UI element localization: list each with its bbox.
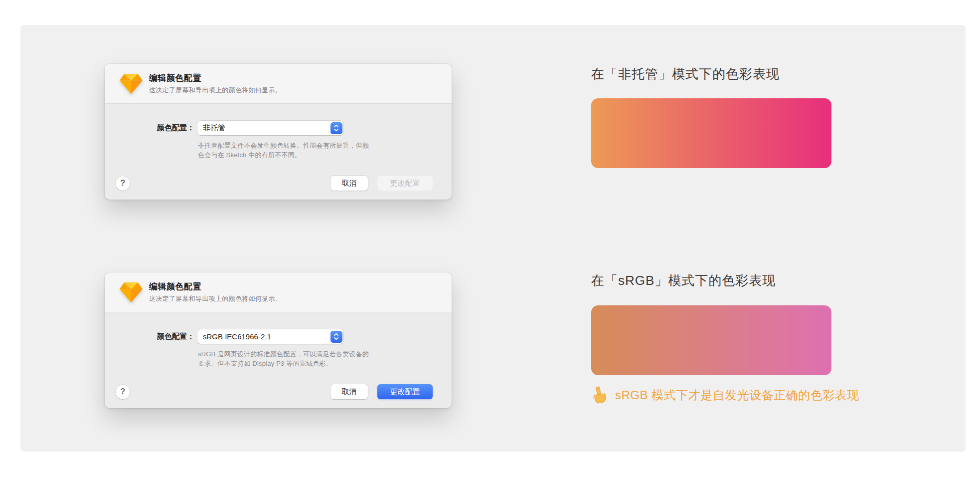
profile-description: sRGB 是网页设计的标准颜色配置，可以满足若各类设备的要求。但不支持如 Dis…: [198, 349, 372, 368]
sketch-diamond-icon: [120, 73, 143, 95]
dialog-subtitle: 这决定了屏幕和导出项上的颜色将如何显示。: [149, 294, 282, 303]
cancel-button[interactable]: 取消: [330, 176, 368, 191]
dialog-titles: 编辑颜色配置 这决定了屏幕和导出项上的颜色将如何显示。: [149, 72, 282, 95]
color-profile-dropdown-value: 非托管: [203, 123, 225, 133]
srgb-note: sRGB 模式下才是自发光设备正确的色彩表现: [591, 384, 859, 406]
dialog-footer: ? 取消 更改配置: [105, 384, 452, 399]
dialog-header: 编辑颜色配置 这决定了屏幕和导出项上的颜色将如何显示。: [105, 272, 452, 312]
color-profile-label: 颜色配置：: [105, 123, 194, 133]
dialog-titles: 编辑颜色配置 这决定了屏幕和导出项上的颜色将如何显示。: [149, 281, 282, 303]
dialog-footer: ? 取消 更改配置: [105, 176, 452, 191]
dialog-title: 编辑颜色配置: [149, 281, 282, 292]
change-profile-button[interactable]: 更改配置: [377, 176, 433, 191]
color-profile-field-row: 颜色配置： 非托管: [105, 104, 452, 135]
help-button[interactable]: ?: [116, 176, 130, 191]
preview-heading-unmanaged: 在「非托管」模式下的色彩表现: [591, 65, 780, 83]
color-profile-label: 颜色配置：: [105, 332, 194, 341]
dialog-body: 颜色配置： sRGB IEC61966-2.1 sRGB 是网页设计的标准颜色配…: [105, 312, 452, 408]
change-profile-button[interactable]: 更改配置: [377, 384, 433, 399]
dialog-subtitle: 这决定了屏幕和导出项上的颜色将如何显示。: [149, 86, 282, 95]
profile-description: 非托管配置文件不会发生颜色转换。性能会有所提升，但颜色会与在 Sketch 中的…: [198, 141, 372, 160]
gradient-swatch-unmanaged: [591, 98, 831, 168]
edit-color-profile-dialog-unmanaged: 编辑颜色配置 这决定了屏幕和导出项上的颜色将如何显示。 颜色配置： 非托管 非托…: [105, 64, 452, 200]
gradient-swatch-srgb: [591, 305, 831, 375]
edit-color-profile-dialog-srgb: 编辑颜色配置 这决定了屏幕和导出项上的颜色将如何显示。 颜色配置： sRGB I…: [105, 272, 452, 408]
help-button[interactable]: ?: [116, 385, 130, 399]
dropdown-stepper-icon[interactable]: [330, 331, 342, 343]
color-profile-dropdown[interactable]: sRGB IEC61966-2.1: [197, 329, 343, 344]
note-text: sRGB 模式下才是自发光设备正确的色彩表现: [615, 387, 859, 403]
dialog-header: 编辑颜色配置 这决定了屏幕和导出项上的颜色将如何显示。: [105, 64, 452, 104]
dialog-body: 颜色配置： 非托管 非托管配置文件不会发生颜色转换。性能会有所提升，但颜色会与在…: [105, 104, 452, 199]
preview-heading-srgb: 在「sRGB」模式下的色彩表现: [591, 271, 776, 289]
dialog-title: 编辑颜色配置: [149, 72, 282, 84]
color-profile-dropdown[interactable]: 非托管: [197, 121, 343, 135]
sketch-diamond-icon: [120, 281, 143, 303]
dropdown-stepper-icon[interactable]: [330, 122, 342, 134]
cancel-button[interactable]: 取消: [330, 384, 368, 399]
color-profile-field-row: 颜色配置： sRGB IEC61966-2.1: [105, 312, 452, 344]
pointing-up-icon: [590, 384, 609, 406]
color-profile-dropdown-value: sRGB IEC61966-2.1: [203, 332, 271, 341]
